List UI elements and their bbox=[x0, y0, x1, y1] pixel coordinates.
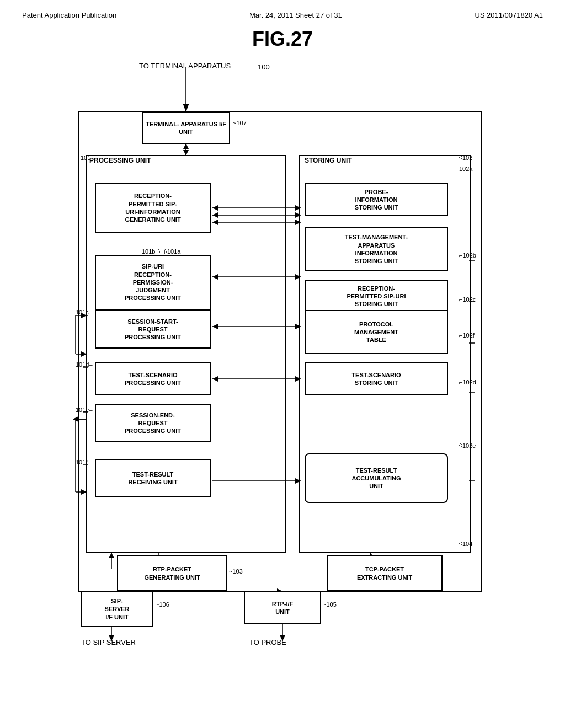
session-start-box: SESSION-START-REQUESTPROCESSING UNIT bbox=[95, 310, 211, 349]
header-middle: Mar. 24, 2011 Sheet 27 of 31 bbox=[249, 11, 342, 19]
n102a-label: 102a bbox=[459, 165, 472, 172]
n106-label: ~106 bbox=[156, 601, 169, 608]
header-right: US 2011/0071820 A1 bbox=[475, 11, 543, 19]
n102e-label: ꟗ102e bbox=[459, 442, 476, 449]
protocol-mgmt-box: PROTOCOLMANAGEMENTTABLE bbox=[305, 310, 448, 354]
header-left: Patent Application Publication bbox=[22, 11, 116, 19]
n101a-label: ꟗ101a bbox=[164, 248, 180, 255]
to-probe-label: TO PROBE bbox=[249, 638, 286, 646]
svg-marker-61 bbox=[81, 351, 87, 357]
processing-unit-label: PROCESSING UNIT bbox=[89, 157, 151, 164]
page: Patent Application Publication Mar. 24, … bbox=[0, 0, 565, 728]
n102d-label: ⌐102d bbox=[459, 379, 476, 386]
svg-marker-11 bbox=[212, 212, 218, 218]
svg-marker-6 bbox=[183, 150, 189, 156]
test-result-recv-box: TEST-RESULTRECEIVING UNIT bbox=[95, 459, 211, 497]
rtp-if-box: RTP-I/FUNIT bbox=[244, 591, 321, 624]
fig-title: FIG.27 bbox=[22, 28, 543, 51]
n102b-label: ⌐102b bbox=[459, 252, 476, 259]
svg-marker-21 bbox=[212, 324, 218, 329]
n101c-label: 101c– bbox=[76, 309, 92, 315]
svg-marker-15 bbox=[295, 220, 301, 225]
sip-uri-box: SIP-URIRECEPTION-PERMISSION-JUDGMENTPROC… bbox=[95, 255, 211, 310]
to-terminal-label: TO TERMINAL APPARATUS bbox=[139, 62, 231, 70]
reception-sip-box: RECEPTION-PERMITTED SIP-URI-INFORMATIONG… bbox=[95, 183, 211, 233]
svg-marker-18 bbox=[212, 274, 218, 280]
n102f-label: ⌐102f bbox=[459, 332, 475, 339]
diagram-area: TO TERMINAL APPARATUS 100 TERMINAL- APPA… bbox=[45, 62, 520, 668]
svg-marker-23 bbox=[212, 376, 218, 382]
sip-server-if-box: SIP-SERVERI/F UNIT bbox=[81, 591, 153, 627]
rtp-packet-box: RTP-PACKETGENERATING UNIT bbox=[117, 555, 227, 591]
header: Patent Application Publication Mar. 24, … bbox=[22, 11, 543, 22]
reception-permitted-sip-box: RECEPTION-PERMITTED SIP-URISTORING UNIT bbox=[305, 280, 448, 313]
svg-marker-56 bbox=[81, 489, 87, 495]
svg-marker-24 bbox=[295, 376, 301, 382]
test-mgmt-box: TEST-MANAGEMENT-APPARATUSINFORMATIONSTOR… bbox=[305, 227, 448, 271]
probe-info-box: PROBE-INFORMATIONSTORING UNIT bbox=[305, 183, 448, 216]
n101b-label: 101b ꟗ bbox=[142, 248, 161, 255]
n103-label: ~103 bbox=[229, 568, 243, 575]
session-end-box: SESSION-END-REQUESTPROCESSING UNIT bbox=[95, 404, 211, 442]
test-result-accum-box: TEST-RESULTACCUMULATINGUNIT bbox=[305, 453, 448, 503]
storing-unit-label: STORING UNIT bbox=[305, 157, 352, 164]
tcp-packet-box: TCP-PACKETEXTRACTING UNIT bbox=[327, 555, 443, 591]
n101e-label: 101e– bbox=[76, 406, 93, 413]
n101d-label: 101d– bbox=[76, 361, 93, 368]
n102-label: ꟗ102 bbox=[459, 154, 472, 161]
svg-marker-17 bbox=[295, 274, 301, 280]
svg-marker-26 bbox=[73, 416, 78, 422]
svg-marker-20 bbox=[295, 324, 301, 329]
terminal-if-box: TERMINAL- APPARATUS I/F UNIT bbox=[142, 111, 230, 144]
svg-marker-9 bbox=[295, 205, 301, 211]
svg-marker-12 bbox=[295, 212, 301, 218]
to-sip-server-label: TO SIP SERVER bbox=[81, 638, 136, 646]
svg-marker-8 bbox=[212, 205, 218, 211]
n104-label: ꟗ104 bbox=[459, 540, 472, 547]
svg-marker-43 bbox=[109, 553, 114, 558]
test-scenario-proc-box: TEST-SCENARIOPROCESSING UNIT bbox=[95, 362, 211, 395]
n107-label: ~107 bbox=[233, 120, 247, 126]
test-scenario-store-box: TEST-SCENARIOSTORING UNIT bbox=[305, 362, 448, 395]
n101f-label: 101f– bbox=[76, 459, 91, 465]
svg-marker-14 bbox=[212, 220, 218, 225]
n105-label: ~105 bbox=[323, 601, 337, 608]
svg-marker-31 bbox=[295, 478, 301, 484]
n102c-label: ⌐102c bbox=[459, 296, 476, 303]
n100-label: 100 bbox=[258, 63, 270, 71]
